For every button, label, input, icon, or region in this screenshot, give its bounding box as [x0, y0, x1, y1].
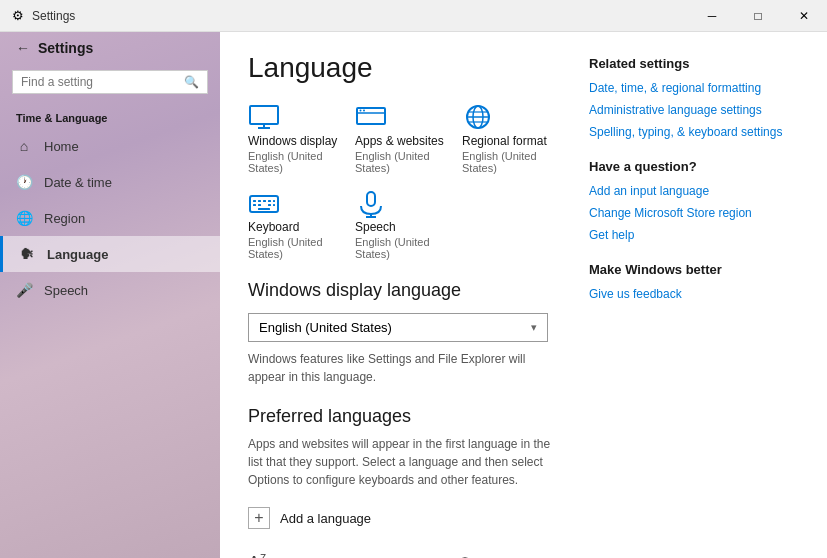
regional-format-sublabel: English (United States)	[462, 150, 561, 174]
dropdown-value: English (United States)	[259, 320, 392, 335]
keyboard-icon	[248, 190, 280, 218]
language-list-item[interactable]: AZ English (United States)	[248, 545, 561, 558]
make-windows-better-section: Make Windows better Give us feedback	[589, 262, 799, 301]
home-icon: ⌂	[16, 138, 32, 154]
right-panel: Related settings Date, time, & regional …	[589, 52, 799, 538]
svg-rect-13	[253, 200, 256, 202]
svg-rect-16	[268, 200, 271, 202]
svg-rect-17	[273, 200, 275, 202]
have-question-section: Have a question? Add an input language C…	[589, 159, 799, 242]
add-language-text: Add a language	[280, 511, 371, 526]
datetime-icon: 🕐	[16, 174, 32, 190]
speech-icon: 🎤	[16, 282, 32, 298]
windows-display-language-section: Windows display language English (United…	[248, 280, 561, 386]
speech-grid-label: Speech	[355, 220, 454, 234]
keyboard-label: Keyboard	[248, 220, 347, 234]
sidebar-item-label: Home	[44, 139, 79, 154]
sidebar-item-label: Speech	[44, 283, 88, 298]
add-plus-icon: +	[248, 507, 270, 529]
feedback-link[interactable]: Give us feedback	[589, 287, 799, 301]
regional-format-label: Regional format	[462, 134, 561, 148]
sidebar-item-region[interactable]: 🌐 Region	[0, 200, 220, 236]
main-left-panel: Language Windows display English (United…	[248, 52, 561, 538]
windows-display-icon	[248, 104, 280, 132]
page-title: Language	[248, 52, 561, 84]
dropdown-arrow-icon: ▾	[531, 321, 537, 334]
svg-rect-19	[258, 204, 261, 206]
sidebar-back[interactable]: ← Settings	[0, 32, 220, 64]
language-dropdown[interactable]: English (United States) ▾	[248, 313, 548, 342]
preferred-languages-title: Preferred languages	[248, 406, 561, 427]
windows-display-label: Windows display	[248, 134, 347, 148]
windows-display-language-desc: Windows features like Settings and File …	[248, 350, 561, 386]
sidebar-item-speech[interactable]: 🎤 Speech	[0, 272, 220, 308]
svg-rect-14	[258, 200, 261, 202]
apps-websites-sublabel: English (United States)	[355, 150, 454, 174]
add-language-button[interactable]: + Add a language	[248, 503, 561, 533]
make-better-title: Make Windows better	[589, 262, 799, 277]
language-icon: 🗣	[19, 246, 35, 262]
related-settings-section: Related settings Date, time, & regional …	[589, 56, 799, 139]
main-content-area: Language Windows display English (United…	[220, 0, 827, 558]
preferred-languages-section: Preferred languages Apps and websites wi…	[248, 406, 561, 558]
regional-format-icon	[462, 104, 494, 132]
sidebar-item-label: Date & time	[44, 175, 112, 190]
sidebar-item-language[interactable]: 🗣 Language	[0, 236, 220, 272]
icon-grid: Windows display English (United States) …	[248, 104, 561, 260]
related-link-1[interactable]: Date, time, & regional formatting	[589, 81, 799, 95]
svg-point-6	[363, 110, 365, 112]
sidebar-item-home[interactable]: ⌂ Home	[0, 128, 220, 164]
preferred-languages-desc: Apps and websites will appear in the fir…	[248, 435, 561, 489]
question-link-3[interactable]: Get help	[589, 228, 799, 242]
question-link-1[interactable]: Add an input language	[589, 184, 799, 198]
related-link-2[interactable]: Administrative language settings	[589, 103, 799, 117]
svg-point-5	[360, 110, 362, 112]
apps-websites-item[interactable]: Apps & websites English (United States)	[355, 104, 454, 174]
settings-icon: ⚙	[12, 8, 24, 23]
minimize-button[interactable]: ─	[689, 0, 735, 32]
have-question-title: Have a question?	[589, 159, 799, 174]
apps-websites-label: Apps & websites	[355, 134, 454, 148]
app-title: Settings	[38, 40, 93, 56]
region-icon: 🌐	[16, 210, 32, 226]
sidebar-section-title: Time & Language	[0, 100, 220, 128]
speech-grid-sublabel: English (United States)	[355, 236, 454, 260]
svg-rect-23	[367, 192, 375, 206]
sidebar-item-label: Region	[44, 211, 85, 226]
svg-rect-20	[258, 208, 270, 210]
maximize-button[interactable]: □	[735, 0, 781, 32]
keyboard-item[interactable]: Keyboard English (United States)	[248, 190, 347, 260]
svg-rect-0	[250, 106, 278, 124]
svg-rect-22	[273, 204, 275, 206]
windows-display-item[interactable]: Windows display English (United States)	[248, 104, 347, 174]
search-icon: 🔍	[184, 75, 199, 89]
question-link-2[interactable]: Change Microsoft Store region	[589, 206, 799, 220]
sidebar-item-datetime[interactable]: 🕐 Date & time	[0, 164, 220, 200]
svg-rect-15	[263, 200, 266, 202]
regional-format-item[interactable]: Regional format English (United States)	[462, 104, 561, 174]
svg-rect-21	[268, 204, 271, 206]
related-link-3[interactable]: Spelling, typing, & keyboard settings	[589, 125, 799, 139]
windows-display-sublabel: English (United States)	[248, 150, 347, 174]
search-input[interactable]	[21, 75, 178, 89]
svg-rect-18	[253, 204, 256, 206]
language-item-icon: AZ	[248, 553, 266, 558]
speech-grid-icon	[355, 190, 387, 218]
back-arrow-icon: ←	[16, 40, 30, 56]
titlebar-title: Settings	[32, 9, 75, 23]
apps-websites-icon	[355, 104, 387, 132]
windows-display-language-title: Windows display language	[248, 280, 561, 301]
related-settings-title: Related settings	[589, 56, 799, 71]
close-button[interactable]: ✕	[781, 0, 827, 32]
keyboard-sublabel: English (United States)	[248, 236, 347, 260]
sidebar-item-label: Language	[47, 247, 108, 262]
sidebar: ← Settings 🔍 Time & Language ⌂ Home 🕐 Da…	[0, 0, 220, 558]
speech-grid-item[interactable]: Speech English (United States)	[355, 190, 454, 260]
